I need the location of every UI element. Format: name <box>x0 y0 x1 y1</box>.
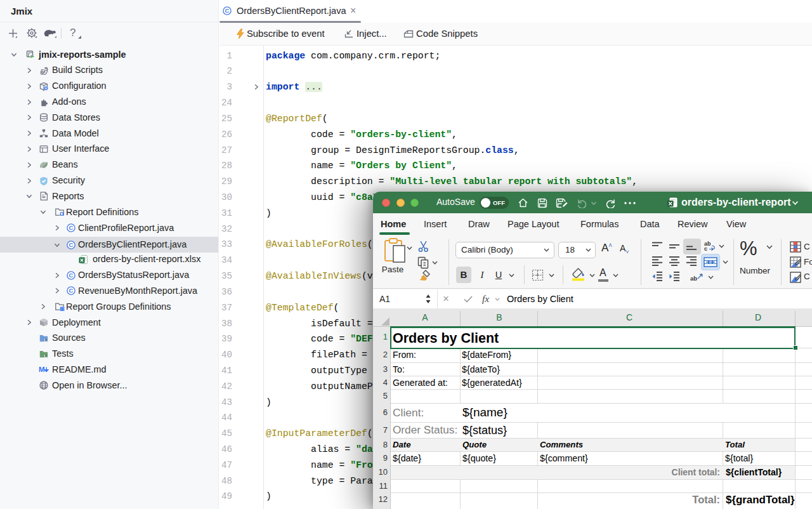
svg-text:ab: ab <box>690 275 697 282</box>
svg-text:c: c <box>704 246 707 251</box>
